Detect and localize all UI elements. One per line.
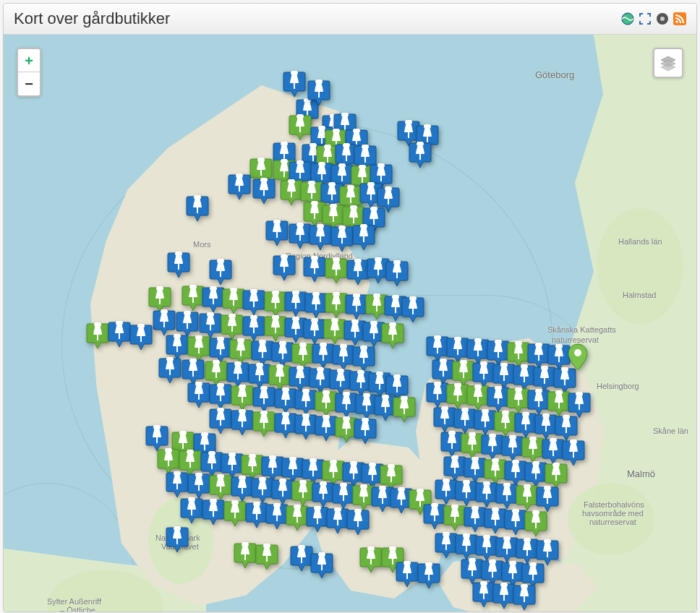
map-marker-blue[interactable] (107, 321, 132, 350)
panel-title: Kort over gårdbutikker (14, 9, 170, 28)
layers-icon (660, 54, 677, 72)
map-marker-green[interactable] (233, 542, 257, 571)
map-marker-blue[interactable] (512, 584, 537, 612)
map-marker-green[interactable] (324, 257, 349, 286)
svg-point-5 (574, 349, 581, 356)
map-marker-blue[interactable] (310, 552, 334, 581)
map-marker-green[interactable] (359, 546, 383, 575)
panel-header: Kort over gårdbutikker (4, 4, 696, 35)
map-marker-blue[interactable] (353, 418, 377, 447)
map-marker-blue[interactable] (165, 471, 189, 500)
map-marker-blue[interactable] (417, 562, 441, 591)
map-marker-highlight[interactable] (567, 343, 589, 372)
map-marker-green[interactable] (288, 114, 312, 143)
map-viewport[interactable]: GöteborgAalborgMorsRegion NordjyllandHal… (4, 35, 696, 612)
map-marker-blue[interactable] (395, 561, 419, 590)
map-marker-blue[interactable] (166, 252, 191, 280)
svg-rect-3 (673, 12, 686, 25)
fullscreen-icon[interactable] (639, 12, 652, 25)
map-marker-blue[interactable] (187, 382, 211, 411)
map-marker-green[interactable] (380, 322, 405, 351)
map-marker-blue[interactable] (272, 254, 296, 283)
map-marker-green[interactable] (255, 544, 279, 573)
map-marker-blue[interactable] (302, 256, 327, 285)
map-marker-blue[interactable] (201, 499, 226, 528)
map-marker-blue[interactable] (252, 178, 276, 207)
zoom-out-button[interactable]: − (18, 72, 40, 95)
zoom-in-button[interactable]: + (18, 49, 40, 72)
map-marker-green[interactable] (524, 510, 548, 539)
map-marker-blue[interactable] (385, 260, 409, 289)
map-marker-blue[interactable] (401, 296, 425, 325)
markers-layer (4, 35, 696, 612)
google-earth-icon[interactable] (621, 12, 634, 25)
map-marker-green[interactable] (85, 322, 110, 351)
map-marker-blue[interactable] (242, 289, 266, 318)
map-marker-blue[interactable] (408, 142, 432, 171)
map-marker-blue[interactable] (158, 357, 182, 386)
map-marker-blue[interactable] (185, 195, 210, 224)
map-marker-blue[interactable] (208, 259, 233, 288)
map-marker-green[interactable] (392, 396, 417, 425)
map-marker-green[interactable] (252, 411, 276, 440)
map-marker-blue[interactable] (265, 220, 289, 249)
map-panel: Kort over gårdbutikker (3, 3, 697, 612)
map-marker-blue[interactable] (282, 71, 307, 100)
map-marker-green[interactable] (223, 500, 247, 529)
map-marker-blue[interactable] (227, 173, 252, 202)
map-marker-blue[interactable] (308, 224, 333, 253)
map-marker-blue[interactable] (351, 224, 376, 253)
rss-icon[interactable] (673, 12, 686, 25)
map-marker-blue[interactable] (179, 497, 204, 526)
map-marker-blue[interactable] (230, 409, 255, 438)
map-marker-blue[interactable] (307, 80, 331, 108)
map-marker-blue[interactable] (129, 324, 153, 353)
svg-point-2 (660, 17, 665, 21)
panel-header-icons (621, 12, 686, 25)
map-marker-blue[interactable] (165, 526, 189, 555)
dark-circle-icon[interactable] (656, 12, 669, 25)
zoom-control: + − (17, 48, 41, 97)
map-marker-blue[interactable] (346, 509, 370, 538)
layers-control[interactable] (653, 48, 683, 78)
map-marker-blue[interactable] (330, 226, 354, 254)
svg-point-4 (675, 20, 678, 23)
